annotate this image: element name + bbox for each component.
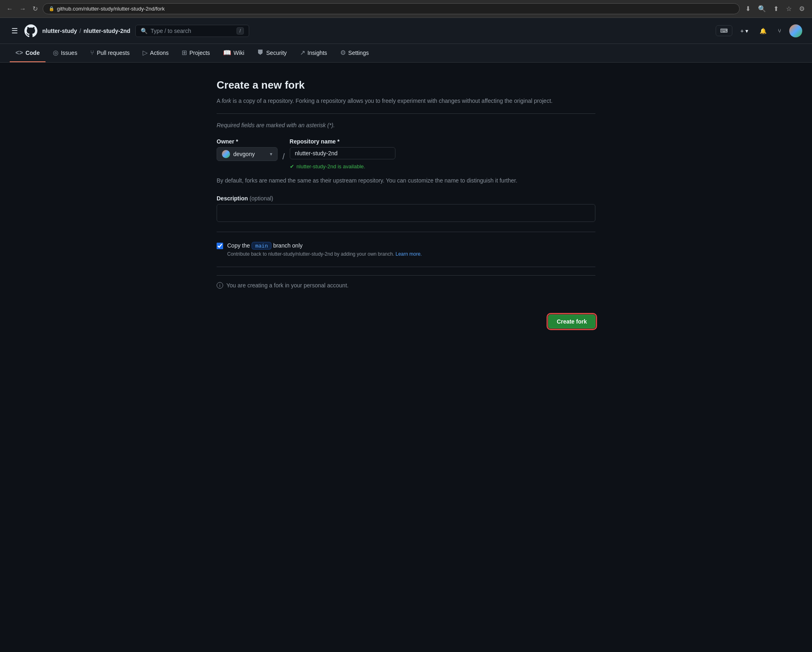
owner-repo-row: Owner * devgony ▾ / Repository name * ✔ … (217, 138, 595, 170)
projects-icon: ⊞ (182, 49, 187, 57)
security-icon: ⛊ (257, 49, 264, 57)
repo-name-label: Repository name * (290, 138, 395, 145)
insights-icon: ↗ (300, 49, 305, 57)
repo-name-input[interactable] (290, 147, 395, 159)
availability-message: ✔ nlutter-study-2nd is available. (290, 163, 395, 170)
tab-insights-label: Insights (308, 50, 327, 56)
forward-button[interactable]: → (18, 4, 28, 14)
tab-wiki[interactable]: 📖 Wiki (217, 44, 250, 62)
description-label: Description (optional) (217, 195, 595, 202)
bookmark-icon[interactable]: ☆ (784, 3, 794, 14)
github-logo (24, 24, 37, 37)
share-icon[interactable]: ⬆ (771, 3, 781, 14)
default-fork-note: By default, forks are named the same as … (217, 176, 595, 185)
repo-name-group: Repository name * ✔ nlutter-study-2nd is… (290, 138, 395, 170)
repo-link[interactable]: nlutter-study-2nd (83, 28, 130, 34)
form-footer: Create fork (217, 308, 595, 328)
header-right: ⌨ + ▾ 🔔 ⑂ (716, 24, 802, 37)
main-content: Create a new fork A fork is a copy of a … (207, 79, 605, 328)
github-header: ☰ nlutter-study / nlutter-study-2nd 🔍 Ty… (0, 18, 812, 44)
description-group: Description (optional) (217, 195, 595, 222)
slash-key: / (237, 27, 243, 35)
divider-1 (217, 113, 595, 114)
available-text: nlutter-study-2nd is available. (297, 163, 365, 170)
notifications-button[interactable]: 🔔 (756, 26, 770, 36)
extension-icon[interactable]: ⚙ (797, 3, 807, 14)
divider-3 (217, 267, 595, 267)
back-button[interactable]: ← (5, 4, 15, 14)
owner-label: Owner * (217, 138, 278, 145)
breadcrumb-separator: / (80, 28, 81, 34)
browser-actions: ⬇ 🔍 ⬆ ☆ ⚙ (743, 3, 807, 14)
zoom-icon[interactable]: 🔍 (756, 3, 769, 14)
lock-icon: 🔒 (49, 6, 54, 11)
refresh-button[interactable]: ↻ (31, 3, 39, 14)
owner-name: devgony (233, 151, 267, 157)
browser-chrome: ← → ↻ 🔒 github.com/nlutter-study/nlutter… (0, 0, 812, 18)
avatar[interactable] (789, 24, 802, 37)
owner-avatar (222, 150, 230, 158)
fork-term: fork (221, 98, 231, 104)
tab-code[interactable]: <> Code (10, 44, 46, 62)
page-description: A fork is a copy of a repository. Forkin… (217, 96, 595, 105)
settings-icon: ⚙ (340, 49, 346, 57)
wiki-icon: 📖 (223, 49, 231, 57)
pull-request-icon-button[interactable]: ⑂ (775, 26, 784, 36)
copy-branch-label-group: Copy the main branch only Contribute bac… (227, 242, 422, 257)
check-icon: ✔ (290, 163, 294, 170)
download-icon[interactable]: ⬇ (743, 3, 753, 14)
copy-branch-sublabel: Contribute back to nlutter-study/nlutter… (227, 251, 422, 257)
copy-branch-checkbox[interactable] (217, 243, 223, 249)
path-separator: / (282, 152, 285, 161)
tab-projects[interactable]: ⊞ Projects (176, 44, 216, 62)
create-fork-button[interactable]: Create fork (548, 315, 595, 328)
required-note: Required fields are marked with an aster… (217, 122, 595, 128)
hamburger-button[interactable]: ☰ (10, 25, 20, 37)
search-icon: 🔍 (141, 28, 148, 34)
personal-account-info: i You are creating a fork in your person… (217, 275, 595, 289)
info-icon: i (217, 282, 223, 289)
optional-label: (optional) (250, 195, 273, 202)
tab-actions[interactable]: ▷ Actions (137, 44, 174, 62)
search-placeholder: Type / to search (151, 28, 191, 34)
pull-requests-icon: ⑂ (90, 49, 94, 57)
tab-actions-label: Actions (150, 50, 169, 56)
divider-2 (217, 232, 595, 232)
owner-group: Owner * devgony ▾ (217, 138, 278, 161)
url-text: github.com/nlutter-study/nlutter-study-2… (57, 6, 165, 12)
chevron-down-icon: ▾ (270, 151, 272, 157)
page-title: Create a new fork (217, 79, 595, 91)
actions-icon: ▷ (143, 49, 148, 57)
tab-issues[interactable]: ◎ Issues (47, 44, 83, 62)
personal-account-text: You are creating a fork in your personal… (226, 282, 349, 289)
tab-pull-requests-label: Pull requests (97, 50, 130, 56)
terminal-button[interactable]: ⌨ (716, 25, 732, 36)
tab-issues-label: Issues (61, 50, 77, 56)
copy-branch-section: Copy the main branch only Contribute bac… (217, 242, 595, 257)
tab-security[interactable]: ⛊ Security (252, 44, 293, 62)
org-link[interactable]: nlutter-study (42, 28, 77, 34)
issues-icon: ◎ (53, 49, 59, 57)
tab-pull-requests[interactable]: ⑂ Pull requests (85, 44, 135, 62)
header-left: ☰ nlutter-study / nlutter-study-2nd 🔍 Ty… (10, 24, 709, 37)
branch-badge: main (252, 242, 271, 250)
tab-wiki-label: Wiki (234, 50, 244, 56)
description-input[interactable] (217, 204, 595, 222)
learn-more-link[interactable]: Learn more. (395, 251, 422, 257)
tab-projects-label: Projects (189, 50, 210, 56)
code-icon: <> (15, 49, 23, 57)
tab-security-label: Security (266, 50, 287, 56)
breadcrumb: nlutter-study / nlutter-study-2nd (42, 28, 130, 34)
tab-code-label: Code (26, 50, 40, 56)
owner-select[interactable]: devgony ▾ (217, 147, 278, 161)
url-bar[interactable]: 🔒 github.com/nlutter-study/nlutter-study… (43, 3, 740, 14)
tab-insights[interactable]: ↗ Insights (294, 44, 333, 62)
tab-settings[interactable]: ⚙ Settings (334, 44, 375, 62)
add-button[interactable]: + ▾ (737, 26, 751, 36)
search-bar[interactable]: 🔍 Type / to search / (135, 25, 249, 37)
repo-nav: <> Code ◎ Issues ⑂ Pull requests ▷ Actio… (0, 44, 812, 63)
copy-branch-label[interactable]: Copy the main branch only (227, 242, 303, 249)
tab-settings-label: Settings (348, 50, 369, 56)
